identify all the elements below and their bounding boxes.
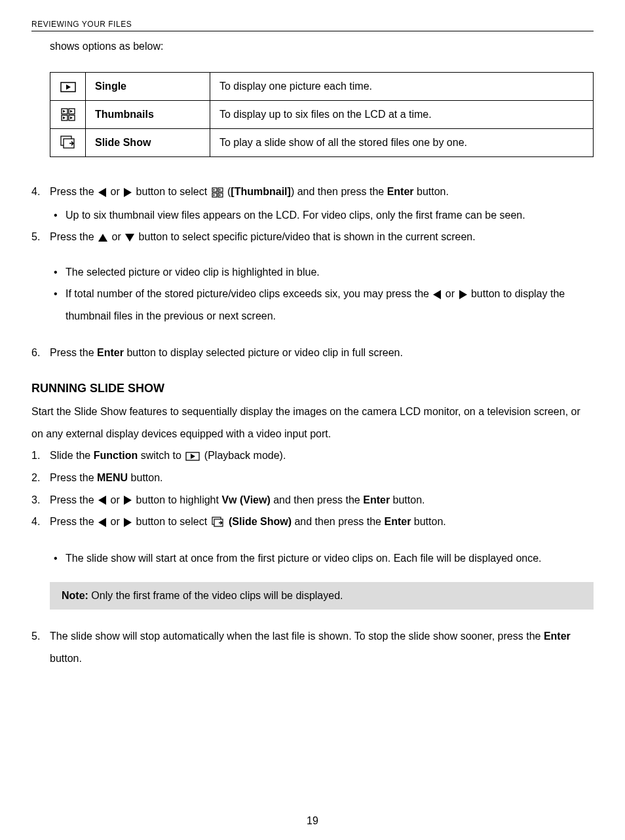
note-box: Note: Only the first frame of the video …	[50, 582, 594, 610]
playback-icon	[185, 452, 200, 461]
step-6: Press the Enter button to display select…	[31, 342, 594, 364]
step-3: Press the or button to highlight Vw (Vie…	[31, 489, 594, 511]
up-arrow-icon	[98, 234, 107, 242]
step-5: Press the or button to select specific p…	[31, 226, 594, 327]
page-header: REVIEWING YOUR FILES	[31, 20, 594, 31]
table-row: Single To display one picture each time.	[50, 73, 594, 101]
slideshow-icon	[212, 517, 225, 528]
option-name: Single	[86, 73, 210, 101]
page-number: 19	[0, 815, 625, 827]
svg-marker-7	[70, 110, 73, 113]
bullet-item: The slide show will start at once from t…	[50, 547, 594, 570]
section-heading: RUNNING SLIDE SHOW	[31, 382, 594, 395]
svg-marker-17	[219, 189, 221, 191]
step-4b: Press the or button to select (Slide Sho…	[31, 511, 594, 569]
right-arrow-icon	[124, 188, 132, 197]
step-4: Press the or button to select ([Thumbnai…	[31, 181, 594, 226]
note-label: Note:	[62, 590, 88, 601]
svg-marker-8	[63, 117, 66, 119]
left-arrow-icon	[98, 496, 106, 505]
step-5b: The slide show will stop automatically w…	[31, 625, 594, 669]
steps-list-2: Slide the Function switch to (Playback m…	[31, 445, 594, 569]
right-arrow-icon	[459, 290, 467, 299]
step-2: Press the MENU button.	[31, 467, 594, 489]
right-arrow-icon	[124, 496, 132, 505]
thumbnails-icon	[212, 187, 223, 198]
bullet-item: Up to six thumbnail view files appears o…	[50, 204, 594, 227]
left-arrow-icon	[98, 188, 106, 197]
table-row: Thumbnails To display up to six files on…	[50, 101, 594, 129]
svg-marker-6	[63, 110, 66, 113]
down-arrow-icon	[125, 234, 134, 242]
option-name: Thumbnails	[86, 101, 210, 129]
svg-marker-16	[213, 189, 215, 191]
option-desc: To display up to six files on the LCD at…	[210, 101, 594, 129]
svg-marker-21	[191, 454, 195, 459]
steps-list-3: The slide show will stop automatically w…	[31, 625, 594, 669]
single-icon	[50, 73, 86, 101]
option-name: Slide Show	[86, 129, 210, 157]
slideshow-icon	[50, 129, 86, 157]
left-arrow-icon	[433, 290, 441, 299]
section-intro: Start the Slide Show features to sequent…	[31, 401, 594, 445]
left-arrow-icon	[98, 518, 106, 527]
option-desc: To play a slide show of all the stored f…	[210, 129, 594, 157]
intro-text: shows options as below:	[50, 41, 594, 52]
steps-list-1: Press the or button to select ([Thumbnai…	[31, 181, 594, 363]
thumbnails-icon	[50, 101, 86, 129]
bullet-item: The selected picture or video clip is hi…	[50, 261, 594, 283]
svg-marker-19	[219, 194, 221, 196]
options-table: Single To display one picture each time.…	[50, 72, 594, 157]
option-desc: To display one picture each time.	[210, 73, 594, 101]
svg-marker-9	[70, 117, 73, 119]
right-arrow-icon	[124, 518, 132, 527]
svg-marker-18	[213, 194, 215, 196]
step-1: Slide the Function switch to (Playback m…	[31, 445, 594, 467]
svg-marker-1	[66, 84, 71, 90]
bullet-item: If total number of the stored picture/vi…	[50, 283, 594, 327]
table-row: Slide Show To play a slide show of all t…	[50, 129, 594, 157]
note-text: Only the first frame of the video clips …	[88, 590, 343, 601]
